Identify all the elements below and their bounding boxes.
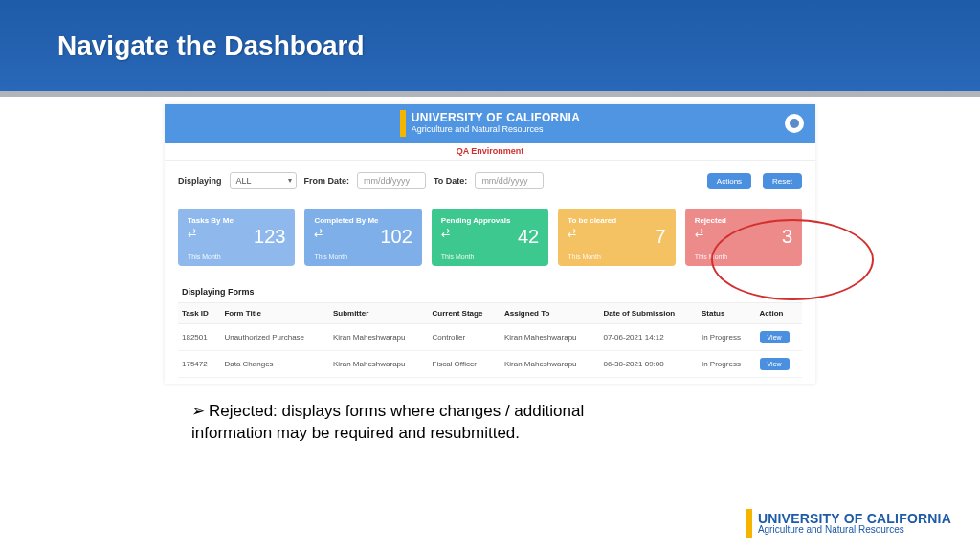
card-value: 3 bbox=[782, 226, 792, 248]
displaying-label: Displaying bbox=[178, 176, 222, 186]
cell-task-id: 182501 bbox=[178, 324, 220, 351]
cell-submitter: Kiran Maheshwarapu bbox=[329, 324, 429, 351]
card-title: Completed By Me bbox=[314, 216, 412, 225]
section-title: Displaying Forms bbox=[165, 274, 815, 302]
forms-table: Task ID Form Title Submitter Current Sta… bbox=[178, 302, 802, 378]
th-action: Action bbox=[756, 303, 802, 324]
slide-title: Navigate the Dashboard bbox=[57, 31, 365, 61]
th-task-id: Task ID bbox=[178, 303, 220, 324]
th-form-title: Form Title bbox=[220, 303, 328, 324]
card-period: This Month bbox=[568, 253, 601, 260]
th-submitter: Submitter bbox=[329, 303, 429, 324]
refresh-icon: ⇄ bbox=[568, 227, 665, 239]
cell-action: View bbox=[756, 351, 802, 378]
card-title: To be cleared bbox=[568, 216, 665, 225]
cell-status: In Progress bbox=[698, 351, 756, 378]
card-tasks-by-me[interactable]: Tasks By Me ⇄ 123 This Month bbox=[178, 209, 295, 266]
card-value: 42 bbox=[518, 226, 539, 248]
header-divider bbox=[0, 91, 980, 97]
reset-button[interactable]: Reset bbox=[763, 173, 802, 189]
cell-stage: Fiscal Officer bbox=[429, 351, 501, 378]
th-date-submission: Date of Submission bbox=[600, 303, 698, 324]
slide-header: Navigate the Dashboard bbox=[0, 0, 980, 91]
th-status: Status bbox=[698, 303, 756, 324]
th-current-stage: Current Stage bbox=[429, 303, 501, 324]
table-header-row: Task ID Form Title Submitter Current Sta… bbox=[178, 303, 802, 324]
avatar[interactable] bbox=[785, 114, 804, 133]
banner-accent bbox=[400, 110, 406, 137]
bullet-content: Rejected: displays forms where changes /… bbox=[191, 402, 584, 442]
card-period: This Month bbox=[314, 253, 347, 260]
actions-button[interactable]: Actions bbox=[707, 173, 751, 189]
footer-text: UNIVERSITY OF CALIFORNIA Agriculture and… bbox=[758, 512, 951, 535]
stat-cards: Tasks By Me ⇄ 123 This Month Completed B… bbox=[165, 201, 815, 274]
from-date-input[interactable]: mm/dd/yyyy bbox=[357, 172, 426, 189]
cell-form-title: Unauthorized Purchase bbox=[220, 324, 328, 351]
view-button[interactable]: View bbox=[760, 358, 790, 370]
banner-title: UNIVERSITY OF CALIFORNIA bbox=[412, 112, 580, 124]
card-to-be-cleared[interactable]: To be cleared ⇄ 7 This Month bbox=[558, 209, 675, 266]
card-value: 123 bbox=[254, 226, 285, 248]
dashboard-screenshot: UNIVERSITY OF CALIFORNIA Agriculture and… bbox=[165, 104, 815, 384]
cell-task-id: 175472 bbox=[178, 351, 220, 378]
footer-subtitle: Agriculture and Natural Resources bbox=[758, 525, 951, 535]
card-completed-by-me[interactable]: Completed By Me ⇄ 102 This Month bbox=[304, 209, 421, 266]
refresh-icon: ⇄ bbox=[695, 227, 792, 239]
table-row: 175472 Data Changes Kiran Maheshwarapu F… bbox=[178, 351, 802, 378]
displaying-select[interactable]: ALL bbox=[230, 172, 297, 189]
cell-form-title: Data Changes bbox=[220, 351, 328, 378]
th-assigned-to: Assigned To bbox=[501, 303, 600, 324]
bullet-text: ➢Rejected: displays forms where changes … bbox=[191, 401, 603, 445]
table-row: 182501 Unauthorized Purchase Kiran Mahes… bbox=[178, 324, 802, 351]
app-banner: UNIVERSITY OF CALIFORNIA Agriculture and… bbox=[165, 104, 815, 143]
banner-text: UNIVERSITY OF CALIFORNIA Agriculture and… bbox=[412, 112, 580, 134]
to-date-input[interactable]: mm/dd/yyyy bbox=[475, 172, 544, 189]
footer-title: UNIVERSITY OF CALIFORNIA bbox=[758, 512, 951, 525]
footer-accent bbox=[746, 509, 752, 538]
cell-date: 07-06-2021 14:12 bbox=[600, 324, 698, 351]
to-date-label: To Date: bbox=[434, 176, 467, 186]
card-pending-approvals[interactable]: Pending Approvals ⇄ 42 This Month bbox=[432, 209, 548, 266]
environment-label: QA Environment bbox=[165, 143, 815, 161]
cell-assigned: Kiran Maheshwarapu bbox=[501, 351, 600, 378]
footer-logo: UNIVERSITY OF CALIFORNIA Agriculture and… bbox=[746, 509, 951, 538]
banner-subtitle: Agriculture and Natural Resources bbox=[412, 125, 580, 135]
card-title: Tasks By Me bbox=[188, 216, 285, 225]
cell-submitter: Kiran Maheshwarapu bbox=[329, 351, 429, 378]
cell-assigned: Kiran Maheshwarapu bbox=[501, 324, 600, 351]
from-date-label: From Date: bbox=[304, 176, 350, 186]
card-value: 7 bbox=[656, 226, 666, 248]
card-title: Pending Approvals bbox=[441, 216, 539, 225]
view-button[interactable]: View bbox=[760, 331, 790, 343]
card-period: This Month bbox=[441, 253, 475, 260]
card-value: 102 bbox=[380, 226, 412, 248]
bullet-arrow-icon: ➢ bbox=[191, 401, 209, 423]
cell-status: In Progress bbox=[698, 324, 756, 351]
cell-date: 06-30-2021 09:00 bbox=[600, 351, 698, 378]
card-rejected[interactable]: Rejected ⇄ 3 This Month bbox=[685, 209, 802, 266]
card-period: This Month bbox=[188, 253, 221, 260]
filter-bar: Displaying ALL From Date: mm/dd/yyyy To … bbox=[165, 161, 815, 201]
card-period: This Month bbox=[695, 253, 728, 260]
card-title: Rejected bbox=[695, 216, 792, 225]
cell-action: View bbox=[756, 324, 802, 351]
cell-stage: Controller bbox=[429, 324, 501, 351]
